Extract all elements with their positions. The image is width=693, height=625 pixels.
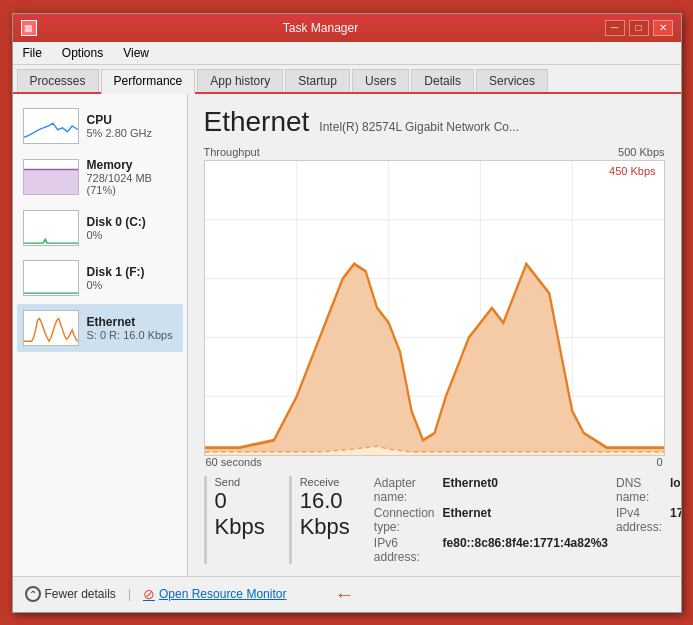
disk1-info: Disk 1 (F:) 0% xyxy=(87,265,177,291)
tab-startup[interactable]: Startup xyxy=(285,69,350,92)
menu-file[interactable]: File xyxy=(19,44,46,62)
disk1-stat: 0% xyxy=(87,279,177,291)
svg-rect-3 xyxy=(24,211,78,245)
monitor-icon: ⊘ xyxy=(143,586,155,602)
detail-val-2: Ethernet xyxy=(443,506,608,534)
detail-key-3: IPv4 address: xyxy=(616,506,662,534)
stats-row: Send 0 Kbps Receive 16.0 Kbps Adapter na… xyxy=(204,476,665,564)
tabs-bar: Processes Performance App history Startu… xyxy=(13,65,681,94)
svg-rect-4 xyxy=(24,261,78,295)
chart-svg xyxy=(205,161,664,455)
window-title: Task Manager xyxy=(37,21,605,35)
task-manager-window: ▦ Task Manager ─ □ ✕ File Options View P… xyxy=(12,13,682,613)
detail-val-0: Ethernet0 xyxy=(443,476,608,504)
title-bar: ▦ Task Manager ─ □ ✕ xyxy=(13,14,681,42)
disk0-label: Disk 0 (C:) xyxy=(87,215,177,229)
bottom-bar: ⌃ Fewer details | ⊘ Open Resource Monito… xyxy=(13,576,681,612)
top-kbps-label: 500 Kbps xyxy=(618,146,664,158)
send-block: Send 0 Kbps xyxy=(204,476,265,564)
ethernet-label: Ethernet xyxy=(87,315,177,329)
ethernet-header: Ethernet Intel(R) 82574L Gigabit Network… xyxy=(204,106,665,138)
detail-val-1: localdomain xyxy=(670,476,680,504)
monitor-link-label: Open Resource Monitor xyxy=(159,587,286,601)
disk0-stat: 0% xyxy=(87,229,177,241)
ethernet-title: Ethernet xyxy=(204,106,310,138)
svg-rect-1 xyxy=(24,169,78,194)
chart-area: 450 Kbps xyxy=(204,160,665,456)
content-area: CPU 5% 2.80 GHz Memory 728/1024 MB (71%) xyxy=(13,94,681,576)
memory-stat: 728/1024 MB (71%) xyxy=(87,172,177,196)
footer-separator: | xyxy=(128,587,131,601)
sidebar-item-cpu[interactable]: CPU 5% 2.80 GHz xyxy=(17,102,183,150)
collapse-icon: ⌃ xyxy=(25,586,41,602)
ethernet-subtitle: Intel(R) 82574L Gigabit Network Co... xyxy=(319,120,519,134)
send-label: Send xyxy=(215,476,265,488)
tab-users[interactable]: Users xyxy=(352,69,409,92)
detail-key-1: DNS name: xyxy=(616,476,662,504)
detail-key-2: Connection type: xyxy=(374,506,435,534)
sidebar-item-disk0[interactable]: Disk 0 (C:) 0% xyxy=(17,204,183,252)
receive-label: Receive xyxy=(300,476,350,488)
close-button[interactable]: ✕ xyxy=(653,20,673,36)
menu-view[interactable]: View xyxy=(119,44,153,62)
detail-grid: Adapter name: Ethernet0 DNS name: locald… xyxy=(374,476,681,564)
detail-key-4: IPv6 address: xyxy=(374,536,435,564)
ethernet-info: Ethernet S: 0 R: 16.0 Kbps xyxy=(87,315,177,341)
maximize-button[interactable]: □ xyxy=(629,20,649,36)
cpu-stat: 5% 2.80 GHz xyxy=(87,127,177,139)
minimize-button[interactable]: ─ xyxy=(605,20,625,36)
chart-container: Throughput 500 Kbps 450 Kbps xyxy=(204,146,665,468)
menu-options[interactable]: Options xyxy=(58,44,107,62)
memory-label: Memory xyxy=(87,158,177,172)
sidebar-item-disk1[interactable]: Disk 1 (F:) 0% xyxy=(17,254,183,302)
sidebar: CPU 5% 2.80 GHz Memory 728/1024 MB (71%) xyxy=(13,94,188,576)
receive-value: 16.0 Kbps xyxy=(300,488,350,541)
cpu-label: CPU xyxy=(87,113,177,127)
ethernet-stat: S: 0 R: 16.0 Kbps xyxy=(87,329,177,341)
tab-details[interactable]: Details xyxy=(411,69,474,92)
second-label: 450 Kbps xyxy=(609,165,655,177)
detail-val-4: fe80::8c86:8f4e:1771:4a82%3 xyxy=(443,536,608,564)
detail-key-0: Adapter name: xyxy=(374,476,435,504)
tab-services[interactable]: Services xyxy=(476,69,548,92)
main-panel: Ethernet Intel(R) 82574L Gigabit Network… xyxy=(188,94,681,576)
cpu-info: CPU 5% 2.80 GHz xyxy=(87,113,177,139)
menu-bar: File Options View xyxy=(13,42,681,65)
window-controls: ─ □ ✕ xyxy=(605,20,673,36)
disk1-label: Disk 1 (F:) xyxy=(87,265,177,279)
memory-info: Memory 728/1024 MB (71%) xyxy=(87,158,177,196)
detail-val-3: 172.16.215.137 xyxy=(670,506,680,534)
receive-block: Receive 16.0 Kbps xyxy=(289,476,350,564)
sidebar-item-ethernet[interactable]: Ethernet S: 0 R: 16.0 Kbps xyxy=(17,304,183,352)
open-resource-monitor-link[interactable]: ⊘ Open Resource Monitor xyxy=(143,586,286,602)
memory-thumbnail xyxy=(23,159,79,195)
disk1-thumbnail xyxy=(23,260,79,296)
chart-zero-label: 0 xyxy=(656,456,662,468)
chart-time-label: 60 seconds xyxy=(206,456,262,468)
ethernet-thumbnail xyxy=(23,310,79,346)
sidebar-item-memory[interactable]: Memory 728/1024 MB (71%) xyxy=(17,152,183,202)
svg-marker-14 xyxy=(205,263,664,454)
send-value: 0 Kbps xyxy=(215,488,265,541)
fewer-details-label: Fewer details xyxy=(45,587,116,601)
chart-header: Throughput 500 Kbps xyxy=(204,146,665,158)
app-icon: ▦ xyxy=(21,20,37,36)
tab-app-history[interactable]: App history xyxy=(197,69,283,92)
chart-bottom: 60 seconds 0 xyxy=(204,456,665,468)
cpu-thumbnail xyxy=(23,108,79,144)
disk0-thumbnail xyxy=(23,210,79,246)
disk0-info: Disk 0 (C:) 0% xyxy=(87,215,177,241)
throughput-label: Throughput xyxy=(204,146,260,158)
red-arrow-indicator: ← xyxy=(334,583,354,606)
fewer-details-button[interactable]: ⌃ Fewer details xyxy=(25,586,116,602)
tab-processes[interactable]: Processes xyxy=(17,69,99,92)
tab-performance[interactable]: Performance xyxy=(101,69,196,94)
